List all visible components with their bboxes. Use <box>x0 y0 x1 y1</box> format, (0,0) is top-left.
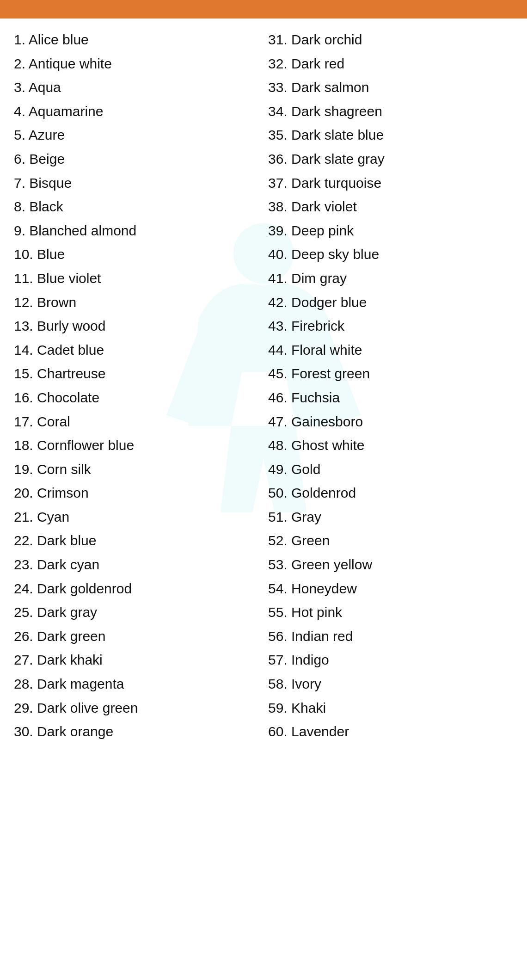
list-item: 56. Indian red <box>268 624 513 648</box>
list-item: 26. Dark green <box>14 624 259 648</box>
list-item: 22. Dark blue <box>14 529 259 553</box>
list-item: 37. Dark turquoise <box>268 171 513 195</box>
list-item: 30. Dark orange <box>14 720 259 744</box>
list-item: 6. Beige <box>14 147 259 171</box>
list-item: 47. Gainesboro <box>268 410 513 434</box>
list-item: 15. Chartreuse <box>14 362 259 386</box>
list-item: 50. Goldenrod <box>268 481 513 505</box>
list-item: 36. Dark slate gray <box>268 147 513 171</box>
list-item: 11. Blue violet <box>14 266 259 290</box>
list-item: 58. Ivory <box>268 672 513 696</box>
list-item: 60. Lavender <box>268 720 513 744</box>
list-item: 46. Fuchsia <box>268 386 513 410</box>
list-item: 31. Dark orchid <box>268 28 513 52</box>
list-item: 13. Burly wood <box>14 314 259 338</box>
list-item: 41. Dim gray <box>268 266 513 290</box>
list-item: 27. Dark khaki <box>14 648 259 672</box>
list-item: 4. Aquamarine <box>14 99 259 123</box>
list-item: 40. Deep sky blue <box>268 242 513 266</box>
list-item: 34. Dark shagreen <box>268 99 513 123</box>
list-item: 3. Aqua <box>14 75 259 99</box>
list-item: 19. Corn silk <box>14 457 259 481</box>
list-item: 43. Firebrick <box>268 314 513 338</box>
list-item: 18. Cornflower blue <box>14 433 259 457</box>
list-item: 57. Indigo <box>268 648 513 672</box>
list-item: 45. Forest green <box>268 362 513 386</box>
right-column: 31. Dark orchid32. Dark red33. Dark salm… <box>264 28 518 744</box>
list-item: 25. Dark gray <box>14 600 259 624</box>
list-item: 17. Coral <box>14 410 259 434</box>
list-item: 14. Cadet blue <box>14 338 259 362</box>
list-item: 32. Dark red <box>268 52 513 76</box>
list-item: 5. Azure <box>14 123 259 147</box>
list-item: 23. Dark cyan <box>14 553 259 577</box>
list-item: 35. Dark slate blue <box>268 123 513 147</box>
list-item: 44. Floral white <box>268 338 513 362</box>
list-item: 53. Green yellow <box>268 553 513 577</box>
header <box>0 0 527 18</box>
list-item: 9. Blanched almond <box>14 219 259 243</box>
list-item: 49. Gold <box>268 457 513 481</box>
list-item: 7. Bisque <box>14 171 259 195</box>
list-item: 10. Blue <box>14 242 259 266</box>
list-item: 12. Brown <box>14 290 259 314</box>
list-item: 2. Antique white <box>14 52 259 76</box>
list-item: 24. Dark goldenrod <box>14 577 259 601</box>
list-item: 54. Honeydew <box>268 577 513 601</box>
list-item: 20. Crimson <box>14 481 259 505</box>
list-item: 16. Chocolate <box>14 386 259 410</box>
list-item: 29. Dark olive green <box>14 696 259 720</box>
list-item: 59. Khaki <box>268 696 513 720</box>
list-item: 33. Dark salmon <box>268 75 513 99</box>
list-item: 38. Dark violet <box>268 195 513 219</box>
list-item: 1. Alice blue <box>14 28 259 52</box>
list-item: 39. Deep pink <box>268 219 513 243</box>
list-item: 51. Gray <box>268 505 513 529</box>
list-item: 21. Cyan <box>14 505 259 529</box>
list-item: 48. Ghost white <box>268 433 513 457</box>
list-item: 28. Dark magenta <box>14 672 259 696</box>
list-item: 55. Hot pink <box>268 600 513 624</box>
list-item: 8. Black <box>14 195 259 219</box>
list-item: 42. Dodger blue <box>268 290 513 314</box>
content-area: 1. Alice blue2. Antique white3. Aqua4. A… <box>0 18 527 758</box>
list-item: 52. Green <box>268 529 513 553</box>
left-column: 1. Alice blue2. Antique white3. Aqua4. A… <box>9 28 264 744</box>
